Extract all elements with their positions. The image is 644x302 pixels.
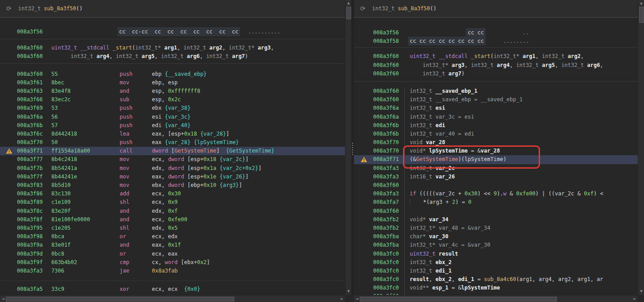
instruction-bytes[interactable]: 8d442418 <box>51 130 120 138</box>
identifier[interactable]: lpSystemTime <box>429 148 468 154</box>
instruction-bytes[interactable]: 57 <box>51 121 120 130</box>
address[interactable]: 008a3f9d <box>17 250 51 258</box>
disasm-row[interactable]: 008a3f9d0bc8or ecx, eax <box>0 250 345 258</box>
disasm-row[interactable]: 008a3fa533c9xor ecx, ecx {0x0} <box>0 285 345 294</box>
signature-row[interactable]: 008a3f60uint32_t __stdcall _start(int32_… <box>354 52 638 61</box>
text[interactable]: ebp <box>152 71 165 77</box>
code-row[interactable]: 008a3f60int32_t __saved_ebp = __saved_eb… <box>354 95 638 104</box>
text[interactable]: , <box>109 53 116 59</box>
disasm-row[interactable]: 008a3f7f8b44241emov eax, dword [esp+0x1e… <box>0 173 345 181</box>
number[interactable]: 0xfe00 <box>168 216 187 223</box>
identifier[interactable]: result <box>410 276 429 282</box>
identifier[interactable]: arg2 <box>209 45 222 51</box>
function-name[interactable]: sub_8a4c60 <box>484 276 516 282</box>
text[interactable] <box>484 38 503 44</box>
keyword[interactable]: or <box>120 233 152 240</box>
text[interactable]: [ <box>171 148 175 154</box>
instruction-bytes[interactable]: 8b44241e <box>51 173 120 181</box>
scroll-up-icon[interactable]: ▲ <box>345 0 352 6</box>
address[interactable]: 008a3f63 <box>17 87 51 95</box>
text[interactable]: + <box>442 199 452 205</box>
instruction-bytes[interactable]: 83ec2c <box>51 95 120 104</box>
raw-bytes-row[interactable]: 008a3f56 cc cc-cc cc cc cc cc cc cc cc .… <box>0 28 345 36</box>
address[interactable]: 008a3fc0 <box>373 267 401 275</box>
keyword[interactable]: and <box>120 208 152 214</box>
address[interactable]: 008a3f6b <box>17 121 51 130</box>
instruction-bytes[interactable]: 56 <box>51 113 120 121</box>
text[interactable] <box>216 156 220 162</box>
text[interactable] <box>51 29 119 35</box>
instruction-bytes[interactable]: 8bec <box>51 79 120 87</box>
text[interactable]: edx, <box>152 165 168 171</box>
number[interactable]: 0x30 <box>465 190 478 197</box>
instruction-bytes[interactable]: 8b5d10 <box>51 181 120 190</box>
text[interactable]: [esp+ <box>187 174 204 180</box>
keyword[interactable]: mov <box>120 182 152 188</box>
disasm-row[interactable]: 008a3f8683c130add ecx, 0x30 <box>0 190 345 198</box>
address[interactable]: 008a3fa3 <box>373 164 401 173</box>
identifier[interactable]: result <box>439 251 458 257</box>
address[interactable]: 008a3f60 <box>373 52 401 61</box>
keyword[interactable]: push <box>120 71 152 77</box>
type[interactable]: int32_t <box>542 53 565 59</box>
address[interactable]: 008a3f60 <box>373 207 401 215</box>
text[interactable]: lpSystemTime <box>465 156 503 162</box>
type[interactable]: int32_t* <box>423 62 449 68</box>
text[interactable]: ] <box>258 165 262 171</box>
text[interactable] <box>484 29 503 36</box>
byte-values[interactable]: cc cc cc cc cc cc cc cc <box>408 37 486 46</box>
text[interactable]: ] <box>245 174 249 180</box>
address[interactable]: 008a3fc0 <box>373 250 401 258</box>
annotation[interactable]: {GetSystemTime} <box>226 148 274 154</box>
instruction-bytes[interactable]: 83e20f <box>51 207 120 215</box>
scroll-right-icon[interactable]: ► <box>339 296 345 302</box>
address[interactable]: 008a3f70 <box>17 138 51 147</box>
disasm-row[interactable]: 008a3f618becmov ebp, esp <box>0 79 345 87</box>
address[interactable]: 008a3f7b <box>17 164 51 173</box>
signature-row[interactable]: 008a3f60 int32_t arg7) <box>354 70 638 78</box>
text[interactable]: [ebp+ <box>187 182 204 188</box>
code-row[interactable]: 008a3fa3int32_t var_2c <box>354 164 638 173</box>
code-row[interactable]: 008a3fbaint32_t* var_4c = &var_30 <box>354 241 638 249</box>
address[interactable]: 008a3f6a <box>373 113 401 121</box>
identifier[interactable]: ebx_2 <box>436 259 452 265</box>
keyword[interactable]: dword <box>168 182 187 188</box>
text[interactable]: esi <box>152 114 165 120</box>
address[interactable]: 008a3f77 <box>17 155 51 164</box>
disasm-row[interactable]: 008a3f9a83e01fand eax, 0x1f <box>0 241 345 249</box>
identifier[interactable]: lpSystemTime <box>461 285 500 291</box>
address[interactable]: 008a3f60 <box>17 70 51 79</box>
type-keyword[interactable]: __stdcall <box>439 53 468 59</box>
left-vertical-scrollbar[interactable]: ▲ ▼ <box>345 0 352 295</box>
instruction-bytes[interactable]: ff1554a18a00 <box>51 147 120 155</box>
text[interactable]: ecx, ecx <box>152 286 184 292</box>
address[interactable]: 008a3f6a <box>373 104 401 112</box>
text[interactable]: , <box>452 276 458 282</box>
instruction-bytes[interactable]: 8b4c2418 <box>51 155 120 164</box>
refresh-icon[interactable]: ⟳ <box>360 5 366 12</box>
address[interactable]: 008a3f60 <box>373 87 401 95</box>
identifier[interactable]: __saved_ebp_1 <box>436 88 478 94</box>
right-vertical-scrollbar[interactable]: ▲ ▼ <box>638 0 644 295</box>
code-row[interactable]: 008a3fbachar* var_30 <box>354 232 638 241</box>
keyword[interactable]: call <box>120 148 152 154</box>
keyword[interactable]: and <box>120 88 152 94</box>
instruction-bytes[interactable]: 0bca <box>51 232 120 241</box>
text[interactable]: & <box>507 190 516 197</box>
text[interactable]: cx, <box>152 259 165 265</box>
keyword[interactable]: mov <box>120 79 152 86</box>
type[interactable]: int16_t <box>410 174 436 180</box>
annotation[interactable]: {var_40} <box>165 122 191 128</box>
keyword[interactable]: dword <box>168 174 187 180</box>
text[interactable]: ebx, <box>152 182 168 188</box>
scrollbar-thumb[interactable] <box>360 297 557 302</box>
annotation[interactable]: {arg3} <box>220 182 239 188</box>
code-row[interactable]: 008a3fc0int32_t ebx_2 <box>354 258 638 267</box>
type[interactable]: void* <box>410 216 429 223</box>
text[interactable]: edi <box>152 122 165 128</box>
instruction-bytes[interactable]: 53 <box>51 104 120 112</box>
text[interactable]: arg1, arg4, arg2, arg1, ar <box>519 276 603 282</box>
identifier[interactable]: var_30 <box>429 233 448 240</box>
function-name[interactable]: sub_8a3f50 <box>398 5 430 12</box>
text[interactable]: ] <box>207 259 210 265</box>
